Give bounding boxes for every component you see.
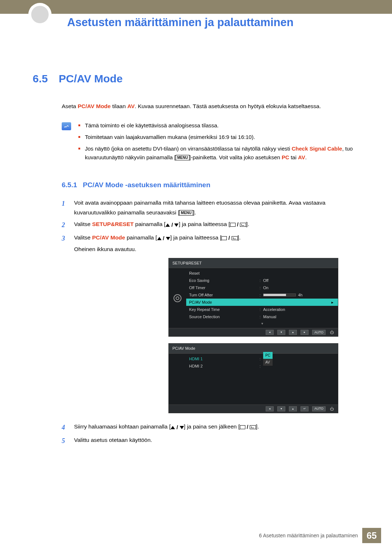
info-icon [62, 122, 71, 130]
intro-bold1: PC/AV Mode [78, 103, 111, 109]
step-body: Valittu asetus otetaan käyttöön. [74, 435, 358, 447]
osd-auto-button[interactable]: AUTO [312, 406, 326, 411]
osd-more-indicator: ▾ [186, 320, 338, 327]
power-icon[interactable]: ⏻ [329, 406, 334, 411]
osd-nav-down[interactable]: ▾ [277, 330, 285, 335]
av-label: AV [298, 154, 305, 160]
intro-prefix: Aseta [62, 103, 78, 109]
step-number: 5 [62, 435, 68, 447]
osd-row-selected[interactable]: PC/AV Mode▸ [186, 299, 338, 306]
select-enter-icon: / [240, 422, 256, 432]
menu-key-icon: MENU [176, 155, 189, 160]
select-enter-icon: / [230, 220, 246, 229]
section-number: 6.5 [33, 73, 48, 85]
chapter-badge-inner [31, 6, 49, 23]
subsection-title: PC/AV Mode -asetuksen määrittäminen [83, 181, 210, 189]
osd-row[interactable]: Turn Off After: 4h [186, 291, 338, 299]
osd-row[interactable]: Key Repeat Time:Acceleration [186, 306, 338, 313]
osd-nav-left[interactable]: ◂ [266, 330, 274, 335]
osd-auto-button[interactable]: AUTO [312, 330, 326, 335]
osd-row[interactable]: Eco Saving:Off [186, 277, 338, 284]
step-number: 1 [62, 198, 68, 217]
pc-label: PC [282, 154, 289, 160]
power-icon[interactable]: ⏻ [329, 330, 334, 335]
step-number: 3 [62, 233, 68, 420]
step-body: Valitse PC/AV Mode painamalla [/] ja pai… [74, 233, 358, 420]
osd-row[interactable]: Reset [186, 270, 338, 277]
step-body: Valitse SETUP&RESET painamalla [/] ja pa… [74, 219, 358, 231]
osd-option-av[interactable]: AV [263, 359, 273, 366]
osd-footer: ◂ ▾ ▴ ▸ AUTO ⏻ [169, 328, 338, 336]
chapter-badge [28, 3, 52, 26]
osd-nav-up[interactable]: ▴ [289, 406, 297, 411]
osd-option-pc[interactable]: PC [263, 352, 273, 359]
osd-footer: ◂ ▾ ▴ ↵ AUTO ⏻ [169, 405, 338, 413]
osd-title: SETUP&RESET [169, 258, 338, 268]
subsection-number: 6.5.1 [62, 181, 77, 189]
footer-chapter-label: 6 Asetusten määrittäminen ja palauttamin… [259, 533, 358, 538]
osd-nav-down[interactable]: ▾ [277, 406, 285, 411]
osd-slider[interactable] [263, 294, 296, 296]
pcav-mode-label: PC/AV Mode [92, 234, 125, 241]
osd-row[interactable]: HDMI 1 : PC AV [186, 355, 338, 362]
top-bar [0, 0, 392, 14]
up-down-icon: / [157, 234, 170, 243]
setup-reset-label: SETUP&RESET [92, 221, 134, 227]
intro-suffix: . Kuvaa suurennetaan. Tästä asetuksesta … [135, 103, 321, 109]
osd-row[interactable]: Off Timer:On [186, 284, 338, 291]
up-down-icon: / [166, 220, 179, 230]
up-down-icon: / [171, 423, 184, 432]
osd-nav-left[interactable]: ◂ [266, 406, 274, 411]
page-title: Asetusten määrittäminen ja palauttaminen [67, 16, 358, 29]
menu-key-icon: MENU [179, 210, 193, 216]
step-body: Voit avata avainoppaan painamalla mitä t… [74, 198, 358, 217]
step-body: Siirry haluamaasi kohtaan painamalla [/]… [74, 422, 358, 433]
osd-setup-reset: SETUP&RESET Reset Eco Saving:Off Off Tim… [168, 258, 338, 337]
osd-nav-right[interactable]: ▸ [301, 330, 309, 335]
intro-paragraph: Aseta PC/AV Mode tilaan AV. Kuvaa suuren… [62, 102, 358, 110]
info-item: Tämä toiminto ei ole käytettävissä analo… [78, 121, 358, 130]
step-number: 2 [62, 219, 68, 231]
section-title: PC/AV Mode [59, 73, 123, 85]
select-enter-icon: / [221, 233, 237, 243]
step-note: Oheinen ikkuna avautuu. [74, 245, 358, 254]
osd-nav-up[interactable]: ▴ [289, 330, 297, 335]
osd-nav-enter[interactable]: ↵ [301, 406, 309, 411]
check-signal-cable: Check Signal Cable [291, 145, 342, 152]
info-list: Tämä toiminto ei ole käytettävissä analo… [78, 121, 358, 165]
page-number-chip: 65 [362, 528, 381, 543]
osd-row[interactable]: Source Detection:Manual [186, 313, 338, 320]
osd-pcav-mode: PC/AV Mode HDMI 1 : PC [168, 343, 338, 413]
intro-bold2: AV [127, 103, 135, 109]
info-item: Jos näyttö (joka on asetettu DVI-tilaan)… [78, 144, 358, 162]
step-number: 4 [62, 422, 68, 433]
info-item: Toimitetaan vain laajakuvamallien mukana… [78, 133, 358, 141]
osd-side-icon [169, 354, 186, 405]
osd-side-icon [169, 268, 186, 328]
page-footer: 6 Asetusten määrittäminen ja palauttamin… [259, 528, 381, 543]
gear-icon [173, 294, 181, 302]
intro-mid: tilaan [111, 103, 127, 109]
